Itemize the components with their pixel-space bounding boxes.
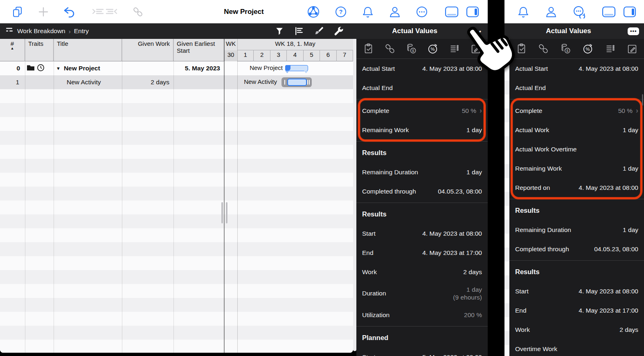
panel-field-row[interactable]: Duration 1 day(9 ehours)› (356, 282, 488, 305)
svg-text:?: ? (339, 9, 343, 15)
link-icon[interactable] (132, 6, 144, 18)
panel-field-row[interactable]: Work 2 days› (509, 320, 644, 339)
bar-right-handle[interactable] (307, 80, 308, 85)
filter-funnel-icon[interactable] (274, 26, 285, 36)
panel-more-icon[interactable]: ••• (628, 27, 639, 35)
outline-icon[interactable] (294, 26, 304, 36)
section-separator (356, 203, 488, 203)
panel-field-row[interactable]: Actual Start 4. May 2023 at 08:00› (509, 59, 644, 78)
row-given-work: 2 days (122, 75, 173, 89)
section-separator (509, 99, 644, 99)
field-label: Completed through (362, 188, 416, 195)
account-icon[interactable] (545, 6, 557, 18)
panel-field-row[interactable]: End 4. May 2023 at 17:00› (509, 301, 644, 320)
panel-field-row[interactable]: Results › (509, 201, 644, 220)
panel-field-row[interactable]: Remaining Work 1 day› (509, 159, 644, 178)
panel-field-row[interactable]: Complete 50 %› (356, 101, 488, 120)
bell-icon[interactable] (517, 6, 529, 18)
panel-right-icon[interactable] (623, 5, 637, 18)
more-icon[interactable] (416, 6, 428, 18)
sync-more-icon[interactable] (573, 5, 586, 18)
column-header-traits[interactable]: Traits (25, 39, 54, 61)
main-toolbar: New Project ? (0, 0, 488, 24)
field-value: 4. May 2023 at 17:00 (422, 249, 482, 257)
panel-field-row[interactable]: End 4. May 2023 at 17:00› (356, 243, 488, 262)
undo-icon[interactable] (63, 6, 75, 18)
add-icon[interactable] (38, 6, 49, 18)
panel-field-row[interactable]: Completed through 04.05.23, 08:00› (509, 239, 644, 259)
breadcrumb-page: Entry (74, 27, 89, 35)
scrollbar-thumb[interactable] (642, 94, 643, 106)
panel-field-row[interactable]: Overtime Work › (509, 339, 644, 356)
notes-tab-icon[interactable] (626, 43, 638, 55)
field-value: 1 day (623, 164, 638, 172)
gantt-day-cell: 3 (270, 50, 287, 61)
row-given-earliest-start: 5. May 2023 (173, 61, 224, 75)
panel-field-row[interactable]: Reported on 4. May 2023 at 08:00› (509, 178, 644, 197)
panel-field-row[interactable]: Work 2 days› (356, 262, 488, 282)
splitter-drag-handle[interactable] (226, 202, 227, 223)
panel-field-row[interactable]: Completed through 04.05.23, 08:00› (356, 182, 488, 201)
clock-icon (37, 64, 45, 73)
app-screenshot: New Project ? (0, 0, 644, 356)
account-icon[interactable] (389, 6, 401, 18)
panel-field-row[interactable]: Results › (509, 262, 644, 282)
panel-field-row[interactable]: Remaining Duration 1 day› (509, 220, 644, 239)
panel-field-row[interactable]: Actual End › (509, 78, 644, 97)
table-gantt-splitter[interactable] (224, 39, 225, 353)
help-icon[interactable]: ? (335, 6, 347, 18)
panel-field-row[interactable]: Results › (356, 205, 488, 224)
project-summary-bar[interactable] (285, 65, 308, 71)
panel-field-row[interactable]: Planned › (356, 328, 488, 347)
field-value: 4. May 2023 at 08:00 (579, 184, 638, 192)
svg-text:%: % (585, 47, 590, 52)
field-label: Reported on (515, 184, 550, 192)
table-row[interactable]: 0 ▼ New Project 5. May 2023 New Project (0, 61, 353, 75)
panel-field-row[interactable]: Utilization 200 %› (356, 305, 488, 324)
sort-arrow-icon: ▲ (3, 46, 21, 50)
links-tab-icon[interactable] (537, 43, 549, 55)
clipboard-tab-icon[interactable] (362, 43, 374, 55)
bar-left-handle[interactable] (284, 80, 285, 85)
panel-field-row[interactable]: Actual Work 1 day› (509, 120, 644, 140)
panel-bottom-icon[interactable] (601, 5, 616, 18)
bottom-edge (0, 353, 356, 356)
panel-field-row[interactable]: Start 4. May 2023 at 08:00› (356, 224, 488, 243)
column-header-given-earliest-start[interactable]: Given Earliest Start (173, 39, 224, 61)
progress-tab-icon[interactable]: % (582, 43, 594, 55)
cost-tab-icon[interactable]: $ (405, 43, 417, 55)
breadcrumb-separator: › (69, 28, 71, 35)
gantt-week-header[interactable]: WK 18, 1. May (237, 39, 353, 50)
column-header-num[interactable]: # ▲ (0, 39, 25, 61)
copy-icon[interactable] (11, 6, 24, 18)
panel-field-row[interactable]: Start 5. May 2023 at 08:00› (356, 347, 488, 356)
field-value: 50 % (618, 107, 633, 115)
field-value: 50 % (462, 107, 476, 115)
bell-icon[interactable] (362, 6, 374, 18)
links-tab-icon[interactable] (384, 43, 396, 55)
panel-field-row[interactable]: Complete 50 %› (509, 101, 644, 120)
field-label: Duration (362, 290, 386, 297)
table-row[interactable]: 1 New Activity 2 days New Activity (0, 75, 353, 89)
collapse-triangle-icon[interactable]: ▼ (56, 66, 61, 71)
panel-field-row[interactable]: Results › (356, 143, 488, 162)
panel-field-row[interactable]: Remaining Work 1 day› (356, 120, 488, 140)
format-brush-icon[interactable] (313, 26, 324, 36)
activity-bar-selected[interactable] (281, 77, 312, 87)
column-divider (54, 39, 54, 353)
column-divider (122, 39, 122, 353)
splitter-drag-handle[interactable] (221, 202, 223, 223)
cost-tab-icon[interactable]: $ (559, 43, 572, 55)
fields-tab-icon[interactable] (604, 43, 616, 55)
panel-field-row[interactable]: Actual Work Overtime › (509, 140, 644, 159)
panel-field-row[interactable]: Remaining Duration 1 day› (356, 162, 488, 182)
progress-tab-icon[interactable]: % (427, 43, 439, 55)
breadcrumb[interactable]: Work Breakdown › Entry (6, 27, 89, 35)
column-header-given-work[interactable]: Given Work (122, 39, 173, 61)
panel-field-row[interactable]: Start 4. May 2023 at 08:00› (509, 282, 644, 301)
column-header-title[interactable]: Title (54, 39, 122, 61)
field-label: Complete (362, 107, 389, 115)
indent-icon[interactable] (92, 6, 118, 18)
network-icon[interactable] (307, 5, 320, 18)
settings-wrench-icon[interactable] (333, 26, 344, 36)
